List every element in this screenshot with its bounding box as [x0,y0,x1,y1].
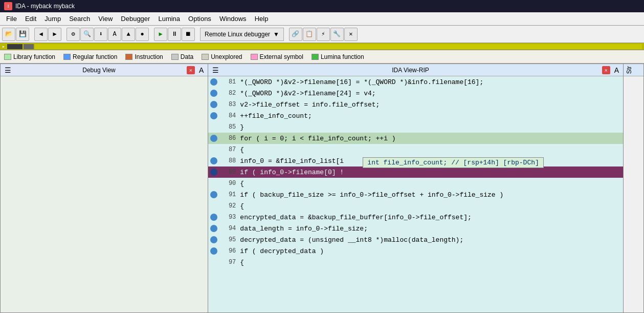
line-num-91: 91 [219,191,236,198]
btn4[interactable]: A [108,28,121,41]
debugger-selector[interactable]: Remote Linux debugger ▼ [200,28,284,41]
tooltip-88: int file_info_count; // [rsp+14h] [rbp-D… [363,157,543,168]
menu-search[interactable]: Search [65,14,94,24]
code-text-94: data_length = info_0->file_size; [240,225,368,233]
code-text-84: ++file_info_count; [240,112,312,120]
code-line-86[interactable]: 86for ( i = 0; i < file_info_count; ++i … [208,133,623,144]
legend-lumina: Lumina function [312,53,364,60]
forward-button[interactable]: ▶ [48,28,61,41]
code-line-81[interactable]: 81*(_QWORD *)&v2->filename[16] = *(_QWOR… [208,76,623,88]
nav-band-bar2 [24,44,34,49]
line-num-85: 85 [219,123,236,131]
line-dot-87 [210,146,217,153]
line-dot-97 [210,259,217,266]
debug-btn1[interactable]: ▶ [154,28,167,41]
code-line-95[interactable]: 95decrypted_data = (unsigned __int8 *)ma… [208,234,623,245]
menu-view[interactable]: View [94,14,117,24]
code-line-89[interactable]: 89if ( info_0->filename[0] ! [208,166,623,178]
debug-btn3[interactable]: ⏹ [182,28,195,41]
legend-instruction: Instruction [125,53,163,60]
legend-instruction-color [125,54,132,60]
code-text-83: v2->file_offset = info.file_offset; [240,101,380,109]
btn3[interactable]: ⬇ [94,28,107,41]
menu-file[interactable]: File [2,14,21,24]
code-line-82[interactable]: 82*(_QWORD *)&v2->filename[24] = v4; [208,88,623,99]
code-line-93[interactable]: 93encrypted_data = &backup_file_buffer[i… [208,212,623,223]
menu-edit[interactable]: Edit [21,14,40,24]
main-area: ☰ Debug View × A ☰ IDA View-RIP × A 81*(… [0,64,644,313]
debug-view-close[interactable]: × [187,66,195,74]
ida-view-panel: ☰ IDA View-RIP × A 81*(_QWORD *)&v2->fil… [208,64,624,313]
ida-icon-left[interactable]: ☰ [212,66,219,74]
tbr-btn3[interactable]: ⚡ [317,28,330,41]
line-dot-83 [210,101,217,108]
debug-view-panel: ☰ Debug View × A [0,64,208,313]
back-button[interactable]: ◀ [34,28,48,41]
debug-btn2[interactable]: ⏸ [168,28,181,41]
line-dot-96 [210,247,217,255]
legend-library-label: Library function [13,53,55,60]
legend-bar: Library function Regular function Instru… [0,50,644,64]
code-line-92[interactable]: 92{ [208,200,623,212]
code-line-90[interactable]: 90{ [208,178,623,189]
line-dot-95 [210,236,217,243]
code-text-88: info_0 = &file_info_list[iint file_info_… [240,157,344,165]
nav-band-bar1 [7,44,23,49]
code-line-84[interactable]: 84++file_info_count; [208,110,623,121]
btn6[interactable]: ● [136,28,149,41]
ida-header-right: × A [602,66,619,74]
code-line-83[interactable]: 83v2->file_offset = info.file_offset; [208,99,623,110]
tbr-btn4[interactable]: 🔧 [330,28,344,41]
tbr-btn2[interactable]: 📋 [303,28,316,41]
code-line-85[interactable]: 85} [208,121,623,133]
menu-options[interactable]: Options [184,14,215,24]
panel-icon-right[interactable]: A [199,66,204,74]
str-panel: Str [624,64,644,313]
code-text-85: } [240,123,244,131]
toolbar-group-misc: ⚙ 🔍 ⬇ A ▲ ● [66,28,149,41]
nav-arrow[interactable]: ▸ [2,44,5,50]
btn5[interactable]: ▲ [122,28,135,41]
save-button[interactable]: 💾 [16,28,29,41]
tbr-btn1[interactable]: 🔗 [289,28,302,41]
menu-help[interactable]: Help [251,14,273,24]
code-line-87[interactable]: 87{ [208,144,623,155]
line-num-93: 93 [219,214,236,221]
code-line-97[interactable]: 97{ [208,257,623,268]
legend-external-label: External symbol [260,53,303,60]
menu-jump[interactable]: Jump [40,14,65,24]
tbr-btn5[interactable]: ✕ [344,28,358,41]
panel-icon-left[interactable]: ☰ [5,66,11,74]
legend-external: External symbol [251,53,303,60]
menu-bar: File Edit Jump Search View Debugger Lumi… [0,12,644,26]
code-text-86: for ( i = 0; i < file_info_count; ++i ) [240,135,395,142]
open-button[interactable]: 📂 [2,28,15,41]
line-num-97: 97 [219,259,236,266]
legend-regular: Regular function [63,53,117,60]
code-line-96[interactable]: 96if ( decrypted_data ) [208,245,623,257]
code-line-88[interactable]: 88info_0 = &file_info_list[iint file_inf… [208,155,623,166]
line-num-96: 96 [219,247,236,255]
app-icon: I [4,2,12,10]
ida-icon-right[interactable]: A [614,66,619,74]
code-text-82: *(_QWORD *)&v2->filename[24] = v4; [240,90,375,97]
legend-external-color [251,54,258,60]
title-bar: I IDA - myback myback [0,0,644,12]
menu-lumina[interactable]: Lumina [154,14,184,24]
menu-windows[interactable]: Windows [215,14,251,24]
btn1[interactable]: ⚙ [66,28,80,41]
legend-library: Library function [4,53,55,60]
line-num-82: 82 [219,90,236,97]
debug-view-content [1,76,208,312]
code-line-94[interactable]: 94data_length = info_0->file_size; [208,223,623,234]
legend-unexplored-color [202,54,209,60]
line-num-94: 94 [219,225,236,232]
code-line-91[interactable]: 91if ( backup_file_size >= info_0->file_… [208,189,623,200]
ida-view-close[interactable]: × [602,66,610,74]
menu-debugger[interactable]: Debugger [117,14,154,24]
legend-lumina-color [312,54,319,60]
legend-instruction-label: Instruction [135,53,163,60]
ida-view-header: ☰ IDA View-RIP × A [208,64,623,76]
code-area[interactable]: 81*(_QWORD *)&v2->filename[16] = *(_QWOR… [208,76,623,312]
btn2[interactable]: 🔍 [80,28,94,41]
